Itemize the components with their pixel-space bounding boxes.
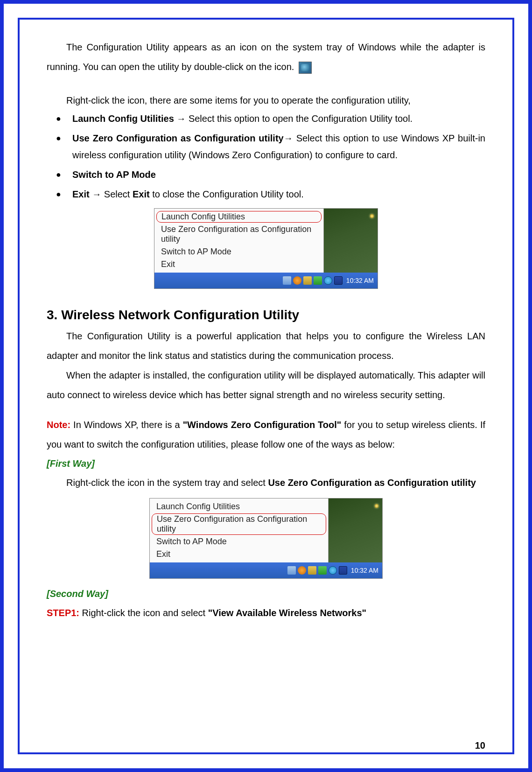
taskbar-clock: 10:32 AM xyxy=(346,277,374,284)
opt-exit-text: to close the Configuration Utility tool. xyxy=(150,189,304,199)
systray-icon[interactable] xyxy=(314,276,322,285)
opt-exit-bold: Exit xyxy=(72,189,90,199)
systray-icon[interactable] xyxy=(293,276,301,285)
intro-text: The Configuration Utility appears as an … xyxy=(47,42,485,72)
context-menu-screenshot-1: Launch Config Utilities Use Zero Configu… xyxy=(154,208,378,289)
note-text-a: In Windows XP, there is a xyxy=(70,420,183,430)
paragraph-util-1: The Configuration Utility is a powerful … xyxy=(47,326,485,365)
options-list: Launch Config Utilities → Select this op… xyxy=(56,110,485,203)
systray-icon[interactable] xyxy=(324,276,332,285)
menu-item-exit[interactable]: Exit xyxy=(150,548,328,561)
menu-item-launch[interactable]: Launch Config Utilities xyxy=(156,211,322,223)
fw-text-a: Right-click the icon in the system tray … xyxy=(66,477,268,488)
systray-icon[interactable] xyxy=(318,566,327,575)
opt-exit-mid: → Select xyxy=(90,189,133,199)
step1-text: STEP1: Right-click the icon and select "… xyxy=(47,603,485,623)
step1-label: STEP1: xyxy=(47,608,79,618)
paragraph-rightclick: Right-click the icon, there are some ite… xyxy=(47,91,485,110)
list-item: Switch to AP Mode xyxy=(56,166,485,183)
context-menu: Launch Config Utilities Use Zero Configu… xyxy=(154,209,324,273)
menu-item-zero[interactable]: Use Zero Configuration as Configuration … xyxy=(152,513,326,535)
systray-icon[interactable] xyxy=(287,566,296,575)
desktop-bg xyxy=(329,498,382,562)
note-bold: "Windows Zero Configuration Tool" xyxy=(183,420,342,430)
step1-bold: "View Available Wireless Networks" xyxy=(208,608,366,618)
opt-exit-bold2: Exit xyxy=(133,189,150,199)
list-item: Use Zero Configuration as Configuration … xyxy=(56,130,485,163)
opt-launch-bold: Launch Config Utilities xyxy=(72,113,174,124)
first-way-label: [First Way] xyxy=(47,454,485,473)
context-menu: Launch Config Utilities Use Zero Configu… xyxy=(150,498,329,562)
menu-item-ap[interactable]: Switch to AP Mode xyxy=(150,535,328,548)
menu-item-exit[interactable]: Exit xyxy=(154,258,323,271)
first-way-text: Right-click the icon in the system tray … xyxy=(47,473,485,492)
systray-icon[interactable] xyxy=(298,566,306,575)
systray-icon[interactable] xyxy=(283,276,291,285)
page-content: The Configuration Utility appears as an … xyxy=(47,37,485,735)
menu-item-launch[interactable]: Launch Config Utilities xyxy=(150,500,328,513)
step1-text-a: Right-click the icon and select xyxy=(79,608,208,618)
systray-icon[interactable] xyxy=(329,566,337,575)
systray-icon[interactable] xyxy=(334,276,343,285)
taskbar-clock: 10:32 AM xyxy=(351,567,378,574)
fw-bold: Use Zero Configuration as Configuration … xyxy=(268,477,476,488)
opt-zero-bold: Use Zero Configuration as Configuration … xyxy=(72,133,284,143)
context-menu-screenshot-2: Launch Config Utilities Use Zero Configu… xyxy=(149,498,383,579)
desktop-bg xyxy=(324,209,378,273)
tray-icon xyxy=(299,62,312,74)
list-item: Launch Config Utilities → Select this op… xyxy=(56,110,485,127)
paragraph-util-2: When the adapter is installed, the confi… xyxy=(47,365,485,405)
opt-ap-bold: Switch to AP Mode xyxy=(72,169,156,180)
second-way-label: [Second Way] xyxy=(47,584,485,603)
page-number: 10 xyxy=(475,740,485,751)
note-label: Note: xyxy=(47,420,70,430)
opt-launch-text: → Select this option to open the Configu… xyxy=(174,113,413,124)
taskbar: 10:32 AM xyxy=(150,562,382,578)
taskbar: 10:32 AM xyxy=(154,273,378,288)
menu-item-zero[interactable]: Use Zero Configuration as Configuration … xyxy=(154,223,323,246)
paragraph-intro: The Configuration Utility appears as an … xyxy=(47,37,485,77)
section-heading: 3. Wireless Network Configuration Utilit… xyxy=(47,308,485,323)
note-paragraph: Note: In Windows XP, there is a "Windows… xyxy=(47,415,485,454)
menu-item-ap[interactable]: Switch to AP Mode xyxy=(154,246,323,258)
systray-icon[interactable] xyxy=(303,276,312,285)
systray-icon[interactable] xyxy=(339,566,347,575)
list-item: Exit → Select Exit to close the Configur… xyxy=(56,186,485,203)
systray-icon[interactable] xyxy=(308,566,316,575)
